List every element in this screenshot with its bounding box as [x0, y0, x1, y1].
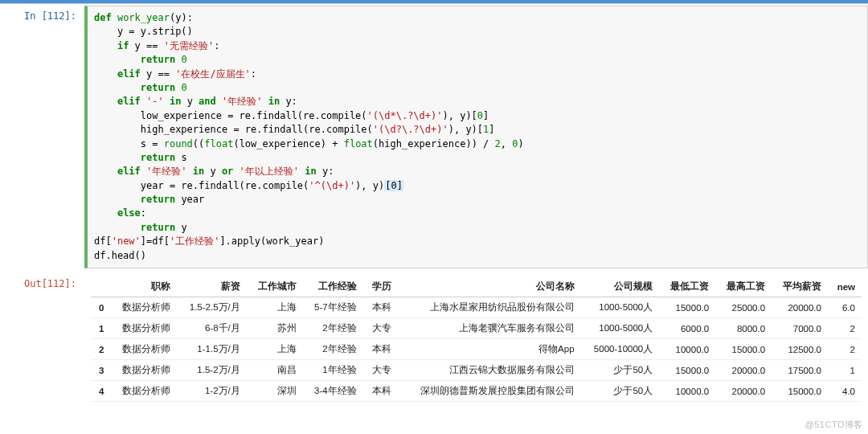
- table-cell: 4.0: [828, 381, 862, 402]
- table-cell: 上海水星家用纺织品股份有限公司: [398, 297, 580, 318]
- table-cell: 大专: [363, 318, 399, 339]
- table-cell: 6-8千/月: [177, 318, 246, 339]
- table-row: 3数据分析师1.5-2万/月南昌1年经验大专江西云锦大数据服务有限公司少于50人…: [91, 360, 862, 381]
- table-header-row: 职称薪资工作城市工作经验学历公司名称公司规模最低工资最高工资平均薪资new: [91, 276, 862, 297]
- table-cell: 少于50人: [581, 360, 660, 381]
- table-cell: 25000.0: [715, 297, 772, 318]
- table-cell: 本科: [363, 297, 399, 318]
- table-cell: 15000.0: [659, 297, 715, 318]
- table-cell: 数据分析师: [110, 297, 177, 318]
- table-header-cell: 公司名称: [398, 276, 580, 297]
- table-cell: 7000.0: [772, 318, 828, 339]
- table-cell: 5000-10000人: [581, 339, 660, 360]
- code-editor[interactable]: def work_year(y): y = y.strip() if y == …: [84, 6, 868, 268]
- table-cell: 1-2万/月: [177, 381, 246, 402]
- table-cell: 本科: [363, 339, 399, 360]
- watermark: @51CTO博客: [805, 419, 863, 431]
- table-row-index: 0: [91, 297, 110, 318]
- table-cell: 大专: [363, 360, 399, 381]
- table-cell: 得物App: [398, 339, 580, 360]
- table-cell: 本科: [363, 381, 399, 402]
- table-cell: 2年经验: [303, 318, 363, 339]
- input-prompt: In [112]:: [0, 6, 84, 268]
- table-cell: 南昌: [247, 360, 303, 381]
- table-cell: 5-7年经验: [303, 297, 363, 318]
- table-cell: 2年经验: [303, 339, 363, 360]
- input-cell: In [112]: def work_year(y): y = y.strip(…: [0, 6, 868, 268]
- table-header-cell: 工作城市: [247, 276, 303, 297]
- table-cell: 数据分析师: [110, 339, 177, 360]
- table-cell: 20000.0: [715, 381, 772, 402]
- table-cell: 数据分析师: [110, 318, 177, 339]
- table-cell: 1000-5000人: [581, 297, 660, 318]
- table-cell: 1: [828, 360, 862, 381]
- table-cell: 江西云锦大数据服务有限公司: [398, 360, 580, 381]
- table-cell: 1-1.5万/月: [177, 339, 246, 360]
- table-cell: 6000.0: [659, 318, 715, 339]
- table-header-cell: 最高工资: [715, 276, 772, 297]
- table-header-cell: 最低工资: [659, 276, 715, 297]
- table-header-index: [91, 276, 110, 297]
- table-cell: 苏州: [247, 318, 303, 339]
- table-cell: 15000.0: [659, 360, 715, 381]
- table-cell: 上海: [247, 339, 303, 360]
- table-cell: 6.0: [828, 297, 862, 318]
- table-cell: 上海老骥汽车服务有限公司: [398, 318, 580, 339]
- table-cell: 深圳: [247, 381, 303, 402]
- table-header-cell: 公司规模: [581, 276, 660, 297]
- table-cell: 3-4年经验: [303, 381, 363, 402]
- table-cell: 数据分析师: [110, 381, 177, 402]
- table-cell: 20000.0: [715, 360, 772, 381]
- divider: [0, 3, 868, 4]
- output-prompt: Out[112]:: [0, 273, 84, 407]
- table-row: 1数据分析师6-8千/月苏州2年经验大专上海老骥汽车服务有限公司1000-500…: [91, 318, 862, 339]
- table-row: 4数据分析师1-2万/月深圳3-4年经验本科深圳朗德普斯发展控股集团有限公司少于…: [91, 381, 862, 402]
- table-cell: 1年经验: [303, 360, 363, 381]
- table-cell: 8000.0: [715, 318, 772, 339]
- table-cell: 数据分析师: [110, 360, 177, 381]
- table-row-index: 2: [91, 339, 110, 360]
- table-cell: 15000.0: [715, 339, 772, 360]
- table-header-cell: 平均薪资: [772, 276, 828, 297]
- output-area: 职称薪资工作城市工作经验学历公司名称公司规模最低工资最高工资平均薪资new 0数…: [84, 273, 868, 407]
- dataframe-table: 职称薪资工作城市工作经验学历公司名称公司规模最低工资最高工资平均薪资new 0数…: [91, 276, 862, 402]
- table-row: 0数据分析师1.5-2.5万/月上海5-7年经验本科上海水星家用纺织品股份有限公…: [91, 297, 862, 318]
- table-cell: 少于50人: [581, 381, 660, 402]
- table-cell: 17500.0: [772, 360, 828, 381]
- table-header-cell: 职称: [110, 276, 177, 297]
- table-cell: 15000.0: [772, 381, 828, 402]
- table-cell: 20000.0: [772, 297, 828, 318]
- table-cell: 1.5-2.5万/月: [177, 297, 246, 318]
- table-row-index: 1: [91, 318, 110, 339]
- table-header-cell: 工作经验: [303, 276, 363, 297]
- table-header-cell: new: [828, 276, 862, 297]
- table-row-index: 4: [91, 381, 110, 402]
- table-header-cell: 学历: [363, 276, 399, 297]
- output-cell: Out[112]: 职称薪资工作城市工作经验学历公司名称公司规模最低工资最高工资…: [0, 273, 868, 407]
- table-row-index: 3: [91, 360, 110, 381]
- table-cell: 1000-5000人: [581, 318, 660, 339]
- table-cell: 10000.0: [659, 381, 715, 402]
- table-cell: 12500.0: [772, 339, 828, 360]
- table-cell: 2: [828, 339, 862, 360]
- table-cell: 上海: [247, 297, 303, 318]
- table-cell: 2: [828, 318, 862, 339]
- table-header-cell: 薪资: [177, 276, 246, 297]
- table-cell: 深圳朗德普斯发展控股集团有限公司: [398, 381, 580, 402]
- table-cell: 1.5-2万/月: [177, 360, 246, 381]
- table-row: 2数据分析师1-1.5万/月上海2年经验本科得物App5000-10000人10…: [91, 339, 862, 360]
- table-cell: 10000.0: [659, 339, 715, 360]
